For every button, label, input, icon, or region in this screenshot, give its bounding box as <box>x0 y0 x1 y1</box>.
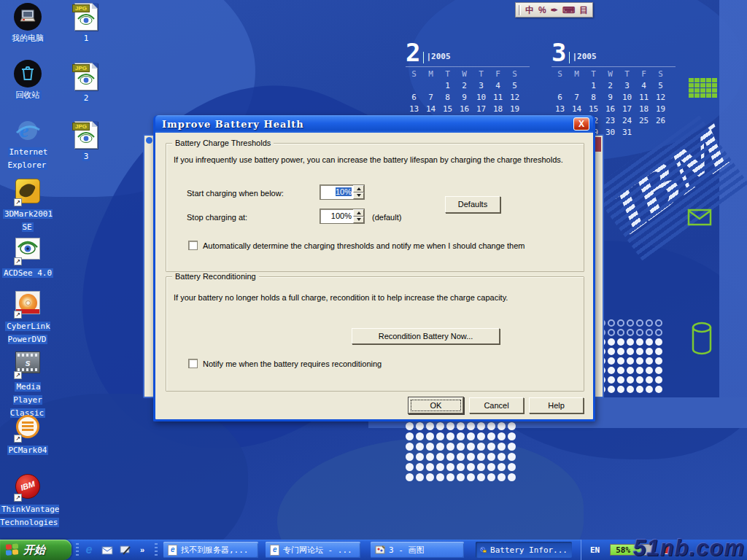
mail-icon <box>101 545 113 555</box>
shortcut-arrow-icon: ↗ <box>14 494 22 502</box>
ime-pen-icon[interactable]: ✒ <box>551 4 558 17</box>
battery-gauge-icon <box>480 545 487 555</box>
default-note: (default) <box>372 213 401 222</box>
notify-reconditioning-checkbox-row[interactable]: Notify me when the battery requires reco… <box>188 359 382 368</box>
start-button[interactable]: 开始 <box>0 540 71 560</box>
language-bar[interactable]: 中 % ✒ ⌨ 目 <box>515 2 593 18</box>
ie-page-icon: e <box>270 545 279 556</box>
wallpaper-band <box>719 0 747 397</box>
notify-reconditioning-checkbox[interactable] <box>188 359 198 368</box>
group-title: Battery Charge Thresholds <box>172 139 274 147</box>
grid-icon <box>689 78 716 98</box>
thinkvantage-icon: IBM ↗ <box>14 474 42 502</box>
desktop-icon-jpg-1[interactable]: JPG 1 <box>69 3 104 44</box>
internet-explorer-icon: e <box>14 117 42 144</box>
recycle-bin-icon <box>14 60 42 88</box>
cancel-button[interactable]: Cancel <box>469 397 524 413</box>
thresholds-description: If you infrequently use battery power, y… <box>174 155 578 164</box>
ok-button[interactable]: OK <box>409 397 463 413</box>
task-button-forum[interactable]: e 专门网论坛 - ... <box>266 542 360 558</box>
calendar-year: |2005 <box>423 52 450 63</box>
desktop-icon-acdsee[interactable]: ↗ ACDSee 4.0 <box>0 235 55 279</box>
dot-pattern <box>598 319 665 395</box>
jpg-file-icon: JPG <box>74 63 98 90</box>
desktop-icon-my-computer[interactable]: 我的电脑 <box>0 3 55 44</box>
shortcut-arrow-icon: ↗ <box>14 257 22 265</box>
recondition-battery-now-button[interactable]: Recondition Battery Now... <box>352 328 500 344</box>
start-charging-label: Start charging when below: <box>187 189 284 198</box>
my-computer-icon <box>14 3 42 31</box>
desktop-icon-internet-explorer[interactable]: e Internet Explorer <box>0 117 55 171</box>
dialog-titlebar[interactable]: Improve Battery Health X <box>155 115 593 133</box>
paint-icon <box>375 545 385 555</box>
spinner-up-icon[interactable] <box>353 185 364 192</box>
dot-pattern <box>406 422 518 483</box>
spinner-up-icon[interactable] <box>353 209 364 217</box>
ime-menu-icon[interactable]: 目 <box>579 4 588 17</box>
database-cylinder-icon <box>690 322 713 358</box>
desktop-icon-3dmark2001[interactable]: ↗ 3DMark2001 SE <box>0 177 55 233</box>
help-button[interactable]: Help <box>529 397 584 413</box>
powerdvd-icon: ↗ <box>14 291 42 319</box>
quicklaunch-show-desktop[interactable] <box>118 542 133 557</box>
start-charging-value[interactable]: 10% <box>320 185 353 199</box>
jpg-file-icon: JPG <box>74 3 98 31</box>
desktop-icon-media-player-classic[interactable]: s ↗ Media Player Classic <box>0 349 55 419</box>
shortcut-arrow-icon: ↗ <box>14 371 22 379</box>
language-bar-handle[interactable] <box>519 5 521 15</box>
reconditioning-description: If your battery no longer holds a full c… <box>174 293 578 302</box>
shortcut-arrow-icon: ↗ <box>14 198 22 206</box>
chevron-icon: » <box>140 545 144 554</box>
shortcut-arrow-icon: ↗ <box>14 435 22 443</box>
quicklaunch-internet-explorer[interactable]: e <box>82 542 96 557</box>
jpg-badge: JPG <box>72 122 90 131</box>
group-title: Battery Reconditioning <box>172 272 259 281</box>
window-icon <box>146 137 152 144</box>
desktop: IBM 2 |2005 SMTWTFS123456789101112131415… <box>0 0 747 560</box>
quicklaunch-outlook-express[interactable] <box>100 542 115 557</box>
auto-determine-checkbox[interactable] <box>188 241 198 250</box>
dialog-body: Battery Charge Thresholds If you infrequ… <box>155 133 593 419</box>
ie-page-icon: e <box>168 545 177 556</box>
calendar-month-number: 2 <box>406 42 420 63</box>
media-player-classic-icon: s ↗ <box>14 351 42 379</box>
envelope-icon <box>687 209 712 229</box>
watermark-51nb: 51nb.com <box>633 535 745 560</box>
stop-charging-spinner[interactable]: 100% <box>320 209 365 224</box>
calendar-month-number: 3 <box>551 42 566 63</box>
jpg-badge: JPG <box>72 4 90 12</box>
close-icon[interactable]: X <box>573 117 589 131</box>
spinner-down-icon[interactable] <box>353 192 364 200</box>
dialog-title: Improve Battery Health <box>162 119 304 130</box>
ibm-badge: IBM <box>15 478 40 493</box>
desktop-icon-powerdvd[interactable]: ↗ CyberLink PowerDVD <box>0 289 55 345</box>
battery-percent: 58% <box>616 545 630 556</box>
desktop-icon-thinkvantage[interactable]: IBM ↗ ThinkVantage Technologies <box>0 472 55 528</box>
desktop-icon-jpg-3[interactable]: JPG 3 <box>69 121 104 162</box>
defaults-button[interactable]: Defaults <box>445 196 500 213</box>
desktop-icon-pcmark04[interactable]: ↗ PCMark04 <box>0 413 55 456</box>
windows-logo-icon <box>6 543 19 556</box>
3dmark2001-icon: ↗ <box>14 179 42 206</box>
auto-determine-checkbox-row[interactable]: Automatically determine the charging thr… <box>188 241 525 250</box>
ime-chinese-icon[interactable]: 中 <box>525 4 534 17</box>
desktop-icon-recycle-bin[interactable]: 回收站 <box>0 60 55 101</box>
ie-icon: e <box>86 543 93 556</box>
task-button-battery-information[interactable]: Battery Infor... <box>476 542 572 558</box>
ime-keyboard-icon[interactable]: ⌨ <box>562 4 575 17</box>
ime-halfwidth-icon[interactable]: % <box>538 4 546 17</box>
jpg-file-icon: JPG <box>74 121 98 149</box>
stop-charging-value[interactable]: 100% <box>320 209 353 223</box>
start-charging-spinner[interactable]: 10% <box>320 184 365 200</box>
battery-charge-thresholds-group: Battery Charge Thresholds If you infrequ… <box>166 143 584 272</box>
show-desktop-icon <box>120 545 131 555</box>
jpg-badge: JPG <box>72 64 90 72</box>
pcmark04-icon: ↗ <box>14 415 42 443</box>
desktop-icon-jpg-2[interactable]: JPG 2 <box>69 63 104 104</box>
quicklaunch-chevron[interactable]: » <box>135 542 150 557</box>
calendar-year: |2005 <box>569 52 596 63</box>
task-button-server-not-found[interactable]: e 找不到服务器,... <box>163 542 258 558</box>
spinner-down-icon[interactable] <box>353 217 364 224</box>
task-button-paint[interactable]: 3 - 画图 <box>371 542 464 558</box>
language-indicator[interactable]: EN <box>590 545 600 555</box>
